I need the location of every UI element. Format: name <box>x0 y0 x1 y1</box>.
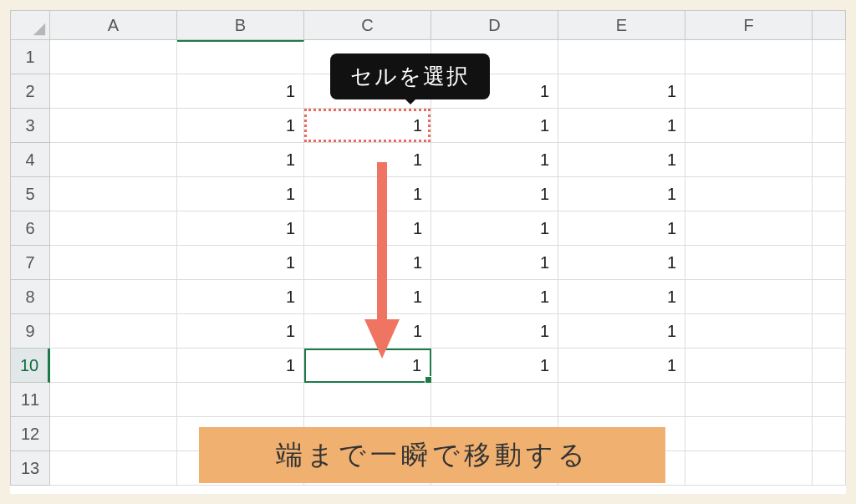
cell-A9[interactable] <box>50 314 177 349</box>
cell-A7[interactable] <box>50 246 177 280</box>
row-header-11[interactable]: 11 <box>10 383 50 417</box>
cell-B4[interactable]: 1 <box>177 143 304 177</box>
cell-A3[interactable] <box>50 109 177 143</box>
cell-G11[interactable] <box>813 383 846 417</box>
column-header-B[interactable]: B <box>177 10 304 40</box>
cell-A2[interactable] <box>50 74 177 109</box>
column-header-E[interactable]: E <box>558 10 685 40</box>
column-header-overflow[interactable] <box>813 10 846 40</box>
cell-F11[interactable] <box>685 383 813 417</box>
cell-A1[interactable] <box>50 40 177 74</box>
cell-C11[interactable] <box>304 383 431 417</box>
cell-B2[interactable]: 1 <box>177 74 304 109</box>
cell-G1[interactable] <box>813 40 846 74</box>
row-header-2[interactable]: 2 <box>10 74 50 109</box>
cell-F13[interactable] <box>685 451 813 486</box>
cell-F9[interactable] <box>685 314 813 349</box>
cell-E7[interactable]: 1 <box>558 246 685 280</box>
cell-B10[interactable]: 1 <box>177 349 304 383</box>
cell-B3[interactable]: 1 <box>177 109 304 143</box>
cell-D5[interactable]: 1 <box>431 177 558 211</box>
row-header-4[interactable]: 4 <box>10 143 50 177</box>
cell-A8[interactable] <box>50 280 177 314</box>
cell-F10[interactable] <box>685 349 813 383</box>
cell-C5[interactable]: 1 <box>304 177 431 211</box>
cell-G2[interactable] <box>813 74 846 109</box>
cell-B6[interactable]: 1 <box>177 211 304 246</box>
cell-F6[interactable] <box>685 211 813 246</box>
cell-B1[interactable] <box>177 40 304 74</box>
row-header-1[interactable]: 1 <box>10 40 50 74</box>
row-header-12[interactable]: 12 <box>10 417 50 451</box>
row-header-3[interactable]: 3 <box>10 109 50 143</box>
cell-D10[interactable]: 1 <box>431 349 558 383</box>
cell-F5[interactable] <box>685 177 813 211</box>
cell-F3[interactable] <box>685 109 813 143</box>
cell-B8[interactable]: 1 <box>177 280 304 314</box>
cell-F1[interactable] <box>685 40 813 74</box>
cell-G10[interactable] <box>813 349 846 383</box>
cell-C7[interactable]: 1 <box>304 246 431 280</box>
cell-G6[interactable] <box>813 211 846 246</box>
cell-A13[interactable] <box>50 451 177 486</box>
cell-E11[interactable] <box>558 383 685 417</box>
cell-G12[interactable] <box>813 417 846 451</box>
cell-C3[interactable]: 1 <box>304 109 431 143</box>
cell-E2[interactable]: 1 <box>558 74 685 109</box>
cell-G9[interactable] <box>813 314 846 349</box>
cell-D6[interactable]: 1 <box>431 211 558 246</box>
cell-G5[interactable] <box>813 177 846 211</box>
row-header-10[interactable]: 10 <box>10 349 50 383</box>
row-header-9[interactable]: 9 <box>10 314 50 349</box>
cell-C8[interactable]: 1 <box>304 280 431 314</box>
cell-A5[interactable] <box>50 177 177 211</box>
cell-A11[interactable] <box>50 383 177 417</box>
cell-F8[interactable] <box>685 280 813 314</box>
cell-D11[interactable] <box>431 383 558 417</box>
cell-C6[interactable]: 1 <box>304 211 431 246</box>
cell-A4[interactable] <box>50 143 177 177</box>
cell-B11[interactable] <box>177 383 304 417</box>
cell-G3[interactable] <box>813 109 846 143</box>
cell-C9[interactable]: 1 <box>304 314 431 349</box>
cell-G13[interactable] <box>813 451 846 486</box>
cell-D7[interactable]: 1 <box>431 246 558 280</box>
cell-E8[interactable]: 1 <box>558 280 685 314</box>
row-header-7[interactable]: 7 <box>10 246 50 280</box>
cell-B5[interactable]: 1 <box>177 177 304 211</box>
column-header-F[interactable]: F <box>685 10 813 40</box>
cell-F7[interactable] <box>685 246 813 280</box>
cell-G8[interactable] <box>813 280 846 314</box>
cell-E4[interactable]: 1 <box>558 143 685 177</box>
cell-A12[interactable] <box>50 417 177 451</box>
cell-D3[interactable]: 1 <box>431 109 558 143</box>
cell-F4[interactable] <box>685 143 813 177</box>
cell-E3[interactable]: 1 <box>558 109 685 143</box>
cell-F12[interactable] <box>685 417 813 451</box>
row-header-5[interactable]: 5 <box>10 177 50 211</box>
cell-A6[interactable] <box>50 211 177 246</box>
cell-D9[interactable]: 1 <box>431 314 558 349</box>
cell-E5[interactable]: 1 <box>558 177 685 211</box>
row-header-6[interactable]: 6 <box>10 211 50 246</box>
cell-C10[interactable]: 1 <box>304 349 431 383</box>
column-header-A[interactable]: A <box>50 10 177 40</box>
cell-F2[interactable] <box>685 74 813 109</box>
cell-E10[interactable]: 1 <box>558 349 685 383</box>
row-header-8[interactable]: 8 <box>10 280 50 314</box>
column-header-D[interactable]: D <box>431 10 558 40</box>
cell-E1[interactable] <box>558 40 685 74</box>
cell-G7[interactable] <box>813 246 846 280</box>
cell-E9[interactable]: 1 <box>558 314 685 349</box>
column-header-C[interactable]: C <box>304 10 431 40</box>
cell-B9[interactable]: 1 <box>177 314 304 349</box>
cell-A10[interactable] <box>50 349 177 383</box>
cell-D4[interactable]: 1 <box>431 143 558 177</box>
cell-E6[interactable]: 1 <box>558 211 685 246</box>
row-header-13[interactable]: 13 <box>10 451 50 486</box>
select-all-corner[interactable] <box>10 10 50 40</box>
cell-G4[interactable] <box>813 143 846 177</box>
cell-D8[interactable]: 1 <box>431 280 558 314</box>
cell-C4[interactable]: 1 <box>304 143 431 177</box>
cell-B7[interactable]: 1 <box>177 246 304 280</box>
